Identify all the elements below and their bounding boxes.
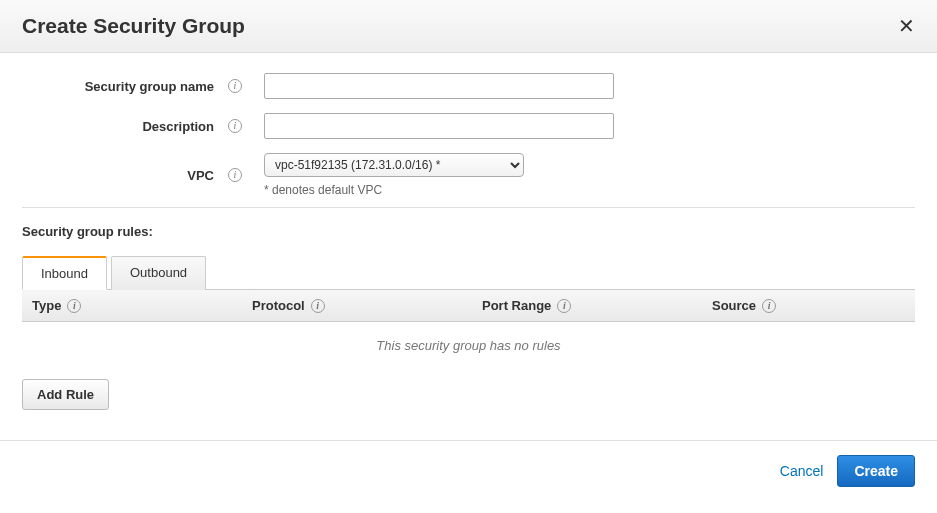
col-port-range: Port Range i (482, 298, 712, 313)
col-protocol-label: Protocol (252, 298, 305, 313)
info-icon[interactable]: i (228, 79, 242, 93)
rules-section-label: Security group rules: (22, 224, 915, 239)
modal-body: Security group name i Description i VPC … (0, 53, 937, 420)
tab-outbound[interactable]: Outbound (111, 256, 206, 290)
info-icon[interactable]: i (557, 299, 571, 313)
row-vpc: VPC i vpc-51f92135 (172.31.0.0/16) * * d… (22, 153, 915, 197)
divider (22, 207, 915, 208)
security-group-name-input[interactable] (264, 73, 614, 99)
row-security-group-name: Security group name i (22, 73, 915, 99)
modal-title: Create Security Group (22, 14, 245, 38)
close-icon[interactable]: ✕ (898, 14, 915, 38)
col-type-label: Type (32, 298, 61, 313)
modal-header: Create Security Group ✕ (0, 0, 937, 53)
rules-table-header: Type i Protocol i Port Range i Source i (22, 290, 915, 322)
col-source: Source i (712, 298, 905, 313)
info-icon[interactable]: i (311, 299, 325, 313)
info-icon[interactable]: i (67, 299, 81, 313)
security-group-name-label: Security group name (22, 79, 222, 94)
tab-inbound[interactable]: Inbound (22, 256, 107, 290)
col-protocol: Protocol i (252, 298, 482, 313)
vpc-select[interactable]: vpc-51f92135 (172.31.0.0/16) * (264, 153, 524, 177)
modal-footer: Cancel Create (0, 440, 937, 501)
create-button[interactable]: Create (837, 455, 915, 487)
col-type: Type i (32, 298, 252, 313)
description-label: Description (22, 119, 222, 134)
rules-tabs: Inbound Outbound (22, 255, 915, 290)
cancel-button[interactable]: Cancel (780, 463, 824, 479)
col-source-label: Source (712, 298, 756, 313)
row-description: Description i (22, 113, 915, 139)
info-icon[interactable]: i (762, 299, 776, 313)
no-rules-message: This security group has no rules (22, 322, 915, 369)
info-icon[interactable]: i (228, 119, 242, 133)
col-port-range-label: Port Range (482, 298, 551, 313)
info-icon[interactable]: i (228, 168, 242, 182)
add-rule-button[interactable]: Add Rule (22, 379, 109, 410)
vpc-label: VPC (22, 168, 222, 183)
vpc-default-note: * denotes default VPC (264, 183, 524, 197)
description-input[interactable] (264, 113, 614, 139)
